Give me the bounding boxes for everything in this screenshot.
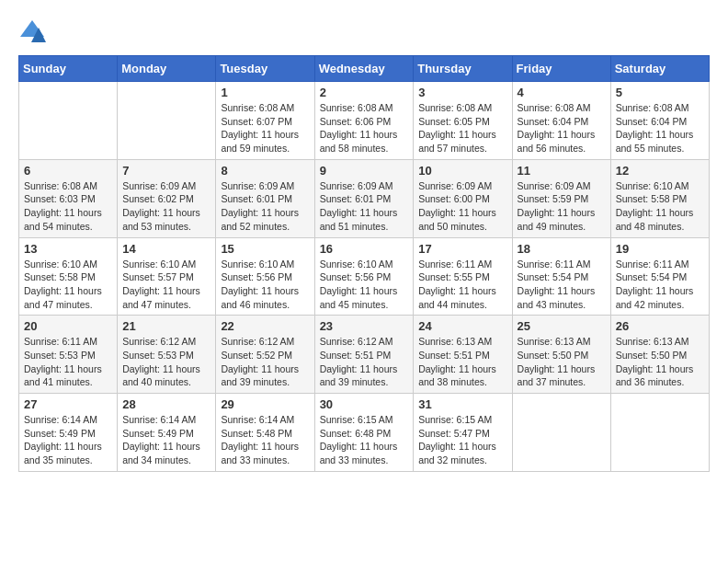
day-info: Sunrise: 6:12 AMSunset: 5:52 PMDaylight:… [221,335,309,389]
weekday-header: Monday [118,56,216,82]
calendar-cell: 22Sunrise: 6:12 AMSunset: 5:52 PMDayligh… [216,316,314,394]
day-info: Sunrise: 6:09 AMSunset: 5:59 PMDaylight:… [518,179,606,234]
day-info: Sunrise: 6:11 AMSunset: 5:53 PMDaylight:… [24,335,112,389]
day-number: 11 [518,164,606,178]
calendar-week-row: 13Sunrise: 6:10 AMSunset: 5:58 PMDayligh… [19,237,710,316]
weekday-header: Friday [512,56,610,82]
calendar-cell: 18Sunrise: 6:11 AMSunset: 5:54 PMDayligh… [512,237,610,316]
day-info: Sunrise: 6:10 AMSunset: 5:56 PMDaylight:… [320,258,409,312]
day-info: Sunrise: 6:08 AMSunset: 6:03 PMDaylight:… [24,179,112,234]
day-number: 4 [518,86,606,99]
day-number: 13 [24,242,112,256]
calendar-table: SundayMondayTuesdayWednesdayThursdayFrid… [18,55,710,472]
calendar-cell: 13Sunrise: 6:10 AMSunset: 5:58 PMDayligh… [19,237,118,316]
day-info: Sunrise: 6:09 AMSunset: 6:01 PMDaylight:… [221,179,309,234]
day-info: Sunrise: 6:15 AMSunset: 6:48 PMDaylight:… [320,413,409,467]
day-info: Sunrise: 6:15 AMSunset: 5:47 PMDaylight:… [418,413,506,467]
day-number: 22 [221,319,309,333]
day-number: 18 [518,242,606,256]
calendar-week-row: 1Sunrise: 6:08 AMSunset: 6:07 PMDaylight… [19,82,710,160]
calendar-cell: 20Sunrise: 6:11 AMSunset: 5:53 PMDayligh… [19,316,118,394]
calendar-cell: 30Sunrise: 6:15 AMSunset: 6:48 PMDayligh… [314,394,414,472]
day-number: 1 [221,86,309,99]
calendar-week-row: 27Sunrise: 6:14 AMSunset: 5:49 PMDayligh… [19,394,710,472]
calendar-cell: 21Sunrise: 6:12 AMSunset: 5:53 PMDayligh… [118,316,216,394]
calendar-cell: 23Sunrise: 6:12 AMSunset: 5:51 PMDayligh… [314,316,414,394]
weekday-header: Saturday [610,56,709,82]
day-info: Sunrise: 6:08 AMSunset: 6:05 PMDaylight:… [418,101,506,155]
calendar-cell: 28Sunrise: 6:14 AMSunset: 5:49 PMDayligh… [118,394,216,472]
calendar-cell: 10Sunrise: 6:09 AMSunset: 6:00 PMDayligh… [414,159,512,237]
day-number: 9 [320,164,409,178]
weekday-header: Wednesday [314,56,414,82]
calendar-cell: 26Sunrise: 6:13 AMSunset: 5:50 PMDayligh… [610,316,709,394]
calendar-cell: 5Sunrise: 6:08 AMSunset: 6:04 PMDaylight… [610,82,709,160]
day-number: 8 [221,164,309,178]
calendar-cell: 7Sunrise: 6:09 AMSunset: 6:02 PMDaylight… [118,159,216,237]
calendar-cell: 3Sunrise: 6:08 AMSunset: 6:05 PMDaylight… [414,82,512,160]
day-number: 3 [418,86,506,99]
page-header [18,18,710,46]
day-info: Sunrise: 6:08 AMSunset: 6:04 PMDaylight:… [518,101,606,155]
logo [18,18,50,46]
day-number: 25 [518,319,606,333]
day-number: 29 [221,397,309,411]
calendar-cell: 4Sunrise: 6:08 AMSunset: 6:04 PMDaylight… [512,82,610,160]
calendar-cell: 15Sunrise: 6:10 AMSunset: 5:56 PMDayligh… [216,237,314,316]
calendar-cell: 27Sunrise: 6:14 AMSunset: 5:49 PMDayligh… [19,394,118,472]
day-number: 24 [418,319,506,333]
day-info: Sunrise: 6:13 AMSunset: 5:51 PMDaylight:… [418,335,506,389]
day-info: Sunrise: 6:12 AMSunset: 5:53 PMDaylight:… [122,335,210,389]
day-number: 6 [24,164,112,178]
calendar-cell: 19Sunrise: 6:11 AMSunset: 5:54 PMDayligh… [610,237,709,316]
weekday-header: Tuesday [216,56,314,82]
day-info: Sunrise: 6:11 AMSunset: 5:54 PMDaylight:… [616,258,704,312]
day-info: Sunrise: 6:13 AMSunset: 5:50 PMDaylight:… [616,335,704,389]
day-info: Sunrise: 6:11 AMSunset: 5:54 PMDaylight:… [518,258,606,312]
calendar-cell: 29Sunrise: 6:14 AMSunset: 5:48 PMDayligh… [216,394,314,472]
day-info: Sunrise: 6:11 AMSunset: 5:55 PMDaylight:… [418,258,506,312]
day-info: Sunrise: 6:13 AMSunset: 5:50 PMDaylight:… [518,335,606,389]
day-number: 17 [418,242,506,256]
day-info: Sunrise: 6:10 AMSunset: 5:56 PMDaylight:… [221,258,309,312]
day-number: 27 [24,397,112,411]
calendar-cell [610,394,709,472]
calendar-cell: 11Sunrise: 6:09 AMSunset: 5:59 PMDayligh… [512,159,610,237]
day-number: 12 [616,164,704,178]
day-info: Sunrise: 6:10 AMSunset: 5:57 PMDaylight:… [122,258,210,312]
day-number: 31 [418,397,506,411]
day-info: Sunrise: 6:14 AMSunset: 5:49 PMDaylight:… [24,413,112,467]
day-number: 10 [418,164,506,178]
day-number: 23 [320,319,409,333]
day-number: 15 [221,242,309,256]
calendar-cell: 24Sunrise: 6:13 AMSunset: 5:51 PMDayligh… [414,316,512,394]
calendar-cell: 31Sunrise: 6:15 AMSunset: 5:47 PMDayligh… [414,394,512,472]
calendar-cell: 8Sunrise: 6:09 AMSunset: 6:01 PMDaylight… [216,159,314,237]
calendar-cell [512,394,610,472]
day-info: Sunrise: 6:09 AMSunset: 6:02 PMDaylight:… [122,179,210,234]
calendar-cell [19,82,118,160]
calendar-cell: 9Sunrise: 6:09 AMSunset: 6:01 PMDaylight… [314,159,414,237]
day-info: Sunrise: 6:14 AMSunset: 5:48 PMDaylight:… [221,413,309,467]
day-info: Sunrise: 6:12 AMSunset: 5:51 PMDaylight:… [320,335,409,389]
calendar-cell [118,82,216,160]
day-number: 2 [320,86,409,99]
day-number: 19 [616,242,704,256]
day-number: 16 [320,242,409,256]
day-info: Sunrise: 6:10 AMSunset: 5:58 PMDaylight:… [616,179,704,234]
calendar-cell: 1Sunrise: 6:08 AMSunset: 6:07 PMDaylight… [216,82,314,160]
day-number: 5 [616,86,704,99]
calendar-week-row: 6Sunrise: 6:08 AMSunset: 6:03 PMDaylight… [19,159,710,237]
calendar-cell: 14Sunrise: 6:10 AMSunset: 5:57 PMDayligh… [118,237,216,316]
day-number: 21 [122,319,210,333]
day-info: Sunrise: 6:08 AMSunset: 6:06 PMDaylight:… [320,101,409,155]
calendar-cell: 17Sunrise: 6:11 AMSunset: 5:55 PMDayligh… [414,237,512,316]
day-info: Sunrise: 6:09 AMSunset: 6:00 PMDaylight:… [418,179,506,234]
weekday-header: Sunday [19,56,118,82]
weekday-header-row: SundayMondayTuesdayWednesdayThursdayFrid… [19,56,710,82]
day-info: Sunrise: 6:08 AMSunset: 6:04 PMDaylight:… [616,101,704,155]
day-number: 28 [122,397,210,411]
logo-icon [18,18,46,46]
day-info: Sunrise: 6:08 AMSunset: 6:07 PMDaylight:… [221,101,309,155]
calendar-week-row: 20Sunrise: 6:11 AMSunset: 5:53 PMDayligh… [19,316,710,394]
